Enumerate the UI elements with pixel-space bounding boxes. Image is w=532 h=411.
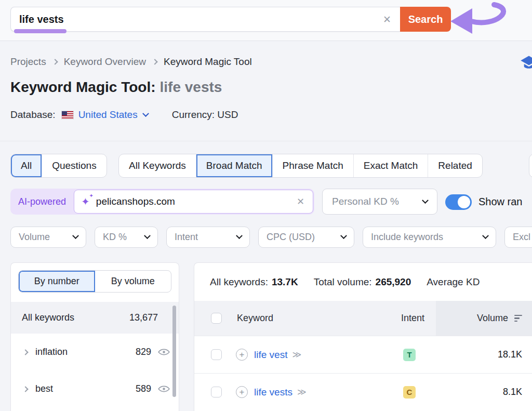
currency-label: Currency: xyxy=(172,109,215,120)
column-volume[interactable]: Volume xyxy=(436,301,532,336)
database-selector[interactable]: United States xyxy=(78,109,148,121)
filter-exclude-keywords[interactable]: Excl xyxy=(504,227,532,248)
tab-by-number[interactable]: By number xyxy=(19,271,95,292)
open-keyword-icon[interactable]: ≫ xyxy=(297,387,307,397)
all-keywords-group-count: 13,677 xyxy=(129,312,158,323)
tab-questions[interactable]: Questions xyxy=(42,154,107,177)
tab-broad-match[interactable]: Broad Match xyxy=(196,154,273,177)
cutoff-tab-group xyxy=(529,154,532,178)
currency-text: Currency: USD xyxy=(172,109,238,121)
annotation-arrow-icon xyxy=(443,1,531,39)
expand-chevron-icon[interactable] xyxy=(22,349,28,355)
show-rankings-toggle[interactable] xyxy=(445,194,472,210)
column-volume-label: Volume xyxy=(477,313,508,324)
expand-chevron-icon[interactable] xyxy=(22,386,28,392)
ai-powered-filter: AI-powered ✦ pelicanshops.com ✕ xyxy=(10,189,314,215)
tab-by-volume[interactable]: By volume xyxy=(95,271,171,292)
group-row-inflation[interactable]: inflation 829 xyxy=(11,334,179,370)
filter-volume-label: Volume xyxy=(19,232,50,243)
breadcrumb-projects[interactable]: Projects xyxy=(10,56,46,68)
tab-exact-match[interactable]: Exact Match xyxy=(354,154,429,177)
stat-total-volume: Total volume:265,920 xyxy=(314,276,411,288)
database-value: United States xyxy=(78,109,138,121)
flag-canton xyxy=(62,111,67,115)
database-label: Database: xyxy=(10,109,56,121)
column-keyword: Keyword xyxy=(237,313,273,324)
results-panel: All keywords:13.7K Total volume:265,920 … xyxy=(194,262,532,411)
personal-kd-dropdown[interactable]: Personal KD % xyxy=(322,189,437,215)
sort-descending-icon xyxy=(514,315,522,322)
question-tab-group: All Questions xyxy=(10,154,107,178)
breadcrumb: Projects Keyword Overview Keyword Magic … xyxy=(10,56,252,68)
volume-value: 18.1K xyxy=(498,349,522,360)
volume-value: 8.1K xyxy=(503,387,522,397)
domain-value: pelicanshops.com xyxy=(96,196,295,207)
table-header: Keyword Intent Volume xyxy=(194,301,532,336)
group-row-best[interactable]: best 589 xyxy=(11,370,179,407)
all-keywords-group-row[interactable]: All keywords 13,677 xyxy=(11,302,179,334)
filter-exclude-keywords-label: Excl xyxy=(513,232,530,243)
domain-input[interactable]: ✦ pelicanshops.com ✕ xyxy=(74,190,313,214)
all-keywords-group-label: All keywords xyxy=(22,312,74,323)
page-title-query: life vests xyxy=(160,79,222,95)
filter-bar: Volume KD % Intent CPC (USD) Include key… xyxy=(10,227,532,248)
add-keyword-icon[interactable]: + xyxy=(236,349,248,361)
filter-intent[interactable]: Intent xyxy=(166,227,250,248)
group-count: 829 xyxy=(136,347,151,357)
tab-all-keywords[interactable]: All Keywords xyxy=(119,154,196,177)
search-button[interactable]: Search xyxy=(400,7,451,32)
filter-kd[interactable]: KD % xyxy=(95,227,158,248)
page-title-main: Keyword Magic Tool: xyxy=(10,79,156,95)
breadcrumb-keyword-overview[interactable]: Keyword Overview xyxy=(64,56,146,68)
clear-search-icon[interactable]: ✕ xyxy=(374,14,400,25)
intent-badge-transactional: T xyxy=(403,349,416,361)
toggle-knob xyxy=(458,196,470,208)
table-row: + life vests ≫ C 8.1K xyxy=(194,373,532,410)
top-search-bar: ✕ Search xyxy=(0,0,532,41)
tab-related[interactable]: Related xyxy=(428,154,482,177)
groups-scrollbar[interactable] xyxy=(172,306,176,397)
personal-kd-label: Personal KD % xyxy=(332,196,399,207)
clear-domain-icon[interactable]: ✕ xyxy=(295,196,306,207)
stat-label: Total volume: xyxy=(314,276,372,287)
sparkles-icon: ✦ xyxy=(81,196,90,207)
chevron-down-icon xyxy=(142,110,149,117)
group-label: inflation xyxy=(35,347,68,357)
filter-include-keywords-label: Include keywords xyxy=(371,232,443,243)
chevron-down-icon xyxy=(422,197,429,204)
chevron-down-icon xyxy=(236,232,243,239)
filter-include-keywords[interactable]: Include keywords xyxy=(363,227,496,248)
chevron-down-icon xyxy=(144,232,151,239)
tab-phrase-match[interactable]: Phrase Match xyxy=(273,154,354,177)
stat-label: All keywords: xyxy=(210,276,268,287)
group-count: 589 xyxy=(136,383,151,394)
hide-group-eye-icon[interactable] xyxy=(157,385,170,393)
breadcrumb-current-page: Keyword Magic Tool xyxy=(164,56,252,68)
row-checkbox[interactable] xyxy=(211,387,222,397)
keyword-groups-panel: By number By volume All keywords 13,677 … xyxy=(10,262,179,411)
ai-powered-badge: AI-powered xyxy=(10,196,74,207)
row-checkbox[interactable] xyxy=(211,349,222,360)
chevron-down-icon xyxy=(72,232,79,239)
stat-value: 13.7K xyxy=(272,276,298,287)
stat-all-keywords: All keywords:13.7K xyxy=(210,276,298,288)
open-keyword-icon[interactable]: ≫ xyxy=(292,349,301,360)
keyword-link[interactable]: life vests xyxy=(254,387,292,398)
hide-group-eye-icon[interactable] xyxy=(157,348,170,356)
filter-volume[interactable]: Volume xyxy=(10,227,86,248)
keyword-link[interactable]: life vest xyxy=(254,349,287,361)
academy-cap-icon[interactable] xyxy=(518,54,532,72)
search-input[interactable] xyxy=(11,14,374,25)
table-row: + life vest ≫ T 18.1K xyxy=(194,336,532,373)
match-type-tab-group: All Keywords Broad Match Phrase Match Ex… xyxy=(118,154,483,178)
toggle-label: Show ran xyxy=(478,196,523,208)
chevron-down-icon xyxy=(482,232,489,239)
chevron-right-icon xyxy=(152,59,157,64)
search-field[interactable]: ✕ xyxy=(10,7,400,32)
stat-value: 265,920 xyxy=(376,276,411,287)
filter-cpc[interactable]: CPC (USD) xyxy=(258,227,354,248)
groups-sort-tabs: By number By volume xyxy=(18,270,171,293)
tab-all[interactable]: All xyxy=(11,154,42,177)
add-keyword-icon[interactable]: + xyxy=(236,386,248,398)
select-all-checkbox[interactable] xyxy=(211,313,222,324)
